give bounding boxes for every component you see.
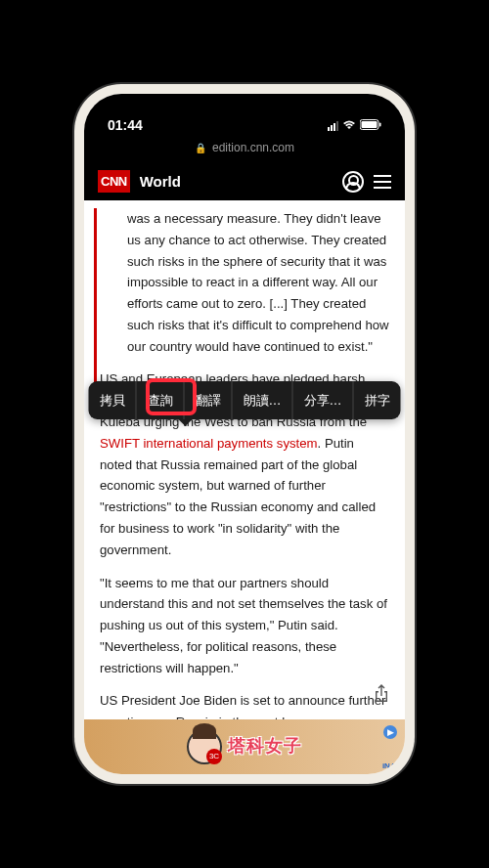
signal-icon bbox=[328, 121, 338, 131]
ad-banner[interactable]: 3C 塔科女子 ▶ iNAP bbox=[84, 719, 405, 774]
svg-rect-1 bbox=[362, 121, 378, 128]
url-text: edition.cnn.com bbox=[212, 141, 294, 154]
cnn-logo[interactable]: CNN bbox=[98, 170, 130, 193]
ad-text: 塔科女子 bbox=[228, 732, 302, 761]
svg-rect-2 bbox=[379, 123, 381, 127]
ad-label: iNAP bbox=[382, 760, 401, 772]
wifi-icon bbox=[342, 119, 356, 133]
site-header: CNN World bbox=[84, 162, 405, 200]
section-title[interactable]: World bbox=[140, 173, 333, 190]
ad-badge: 3C bbox=[206, 749, 222, 764]
text-selection-menu: 拷貝 查詢 翻譯 朗讀… 分享… 拼字 bbox=[89, 381, 401, 419]
article-paragraph: "It seems to me that our partners should… bbox=[100, 573, 389, 679]
notch bbox=[171, 94, 318, 117]
menu-translate[interactable]: 翻譯 bbox=[185, 381, 233, 419]
phone-screen: 01:44 🔒 edition.cnn.com CNN World bbox=[84, 94, 405, 774]
article-body[interactable]: was a necessary measure. They didn't lea… bbox=[84, 200, 405, 774]
share-icon[interactable] bbox=[374, 684, 389, 714]
battery-icon bbox=[360, 119, 381, 133]
article-link[interactable]: SWIFT international payments system bbox=[100, 436, 318, 451]
menu-speak[interactable]: 朗讀… bbox=[233, 381, 293, 419]
live-indicator-bar bbox=[94, 208, 97, 399]
menu-lookup[interactable]: 查詢 bbox=[137, 381, 185, 419]
status-indicators bbox=[328, 119, 381, 133]
browser-url-bar[interactable]: 🔒 edition.cnn.com bbox=[84, 137, 405, 162]
menu-spell[interactable]: 拼字 bbox=[354, 381, 401, 419]
ad-info-icon[interactable]: ▶ bbox=[383, 725, 397, 739]
profile-icon[interactable] bbox=[342, 171, 364, 193]
ad-avatar: 3C bbox=[187, 729, 222, 764]
menu-copy[interactable]: 拷貝 bbox=[89, 381, 137, 419]
status-time: 01:44 bbox=[108, 117, 143, 133]
lock-icon: 🔒 bbox=[195, 143, 206, 153]
menu-share[interactable]: 分享… bbox=[293, 381, 354, 419]
menu-icon[interactable] bbox=[374, 175, 391, 189]
article-paragraph: was a necessary measure. They didn't lea… bbox=[100, 208, 389, 357]
phone-frame: 01:44 🔒 edition.cnn.com CNN World bbox=[74, 84, 415, 784]
